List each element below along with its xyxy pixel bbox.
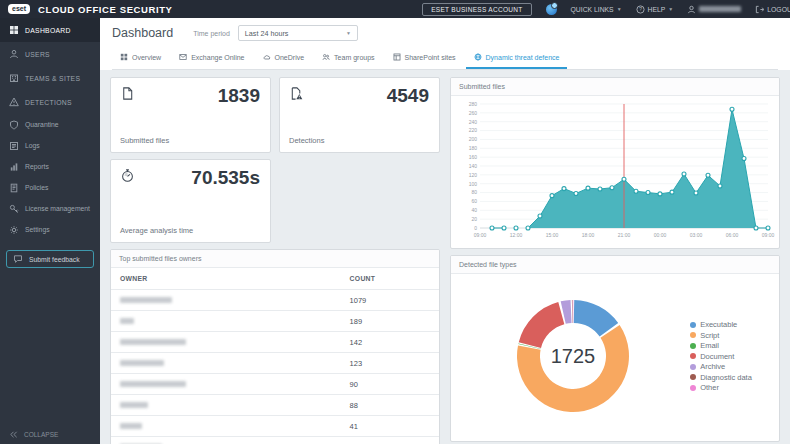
sidebar-item-license-management[interactable]: License management (0, 198, 100, 219)
table-row: 88 (111, 395, 439, 416)
logs-icon (9, 141, 19, 151)
owner-cell-redacted (111, 290, 341, 311)
sidebar-item-settings[interactable]: Settings (0, 219, 100, 240)
table-row: 90 (111, 374, 439, 395)
legend-item-document[interactable]: Document (690, 352, 752, 361)
stat-card-detections: 4549Detections (279, 77, 440, 153)
top-owners-title: Top submitted files owners (111, 250, 439, 268)
svg-text:03:00: 03:00 (690, 232, 703, 238)
legend-item-other[interactable]: Other (690, 383, 752, 392)
svg-text:21:00: 21:00 (618, 232, 631, 238)
tab-exchange-online[interactable]: Exchange Online (171, 50, 252, 69)
legend-label: Other (700, 383, 719, 392)
stat-card-label: Submitted files (120, 136, 169, 145)
svg-text:140: 140 (469, 163, 478, 169)
file-warning-icon (289, 86, 304, 101)
help-label: HELP (648, 6, 666, 13)
legend-dot (690, 353, 696, 359)
file-types-donut-chart: 1725 (478, 276, 668, 436)
tab-label: Team groups (334, 54, 374, 61)
svg-text:280: 280 (469, 101, 478, 107)
logout-icon (755, 5, 764, 14)
tab-overview[interactable]: Overview (112, 50, 169, 69)
tab-bar: OverviewExchange OnlineOneDriveTeam grou… (112, 41, 778, 70)
stat-card-submitted-files: 1839Submitted files (110, 77, 271, 153)
svg-text:0: 0 (474, 225, 477, 231)
owner-cell-redacted (111, 437, 341, 444)
owner-column-header: OWNER (111, 268, 341, 290)
sidebar-item-label: Quarantine (25, 121, 59, 128)
sidebar-item-submit-feedback[interactable]: Submit feedback (6, 250, 94, 268)
svg-text:00:00: 00:00 (654, 232, 667, 238)
sidebar-item-logs[interactable]: Logs (0, 135, 100, 156)
collapse-icon (9, 430, 18, 439)
user-menu[interactable] (687, 5, 741, 14)
count-cell: 88 (341, 395, 439, 416)
quick-links-menu[interactable]: QUICK LINKS ▼ (571, 6, 622, 13)
legend-item-email[interactable]: Email (690, 341, 752, 350)
time-period-label: Time period (193, 30, 230, 37)
legend-item-executable[interactable]: Executable (690, 320, 752, 329)
redacted-owner-name (120, 318, 134, 324)
notifications-sphere-icon[interactable] (546, 4, 557, 15)
sidebar-item-policies[interactable]: Policies (0, 177, 100, 198)
stat-card-label: Average analysis time (120, 226, 193, 235)
users-icon (9, 49, 19, 59)
svg-text:220: 220 (469, 127, 478, 133)
legend-label: Document (700, 352, 734, 361)
detected-file-types-title: Detected file types (451, 256, 779, 274)
svg-text:100: 100 (469, 181, 478, 187)
owner-cell-redacted (111, 374, 341, 395)
legend-item-script[interactable]: Script (690, 331, 752, 340)
sidebar-item-users[interactable]: USERS (0, 42, 100, 66)
owners-table: OWNER COUNT 1079189142123908841272017 (111, 268, 439, 444)
sidebar-item-detections[interactable]: DETECTIONS (0, 90, 100, 114)
sidebar-item-label: Reports (25, 163, 49, 170)
eset-logo: eset (8, 4, 30, 14)
sidebar-item-dashboard[interactable]: DASHBOARD (0, 18, 100, 42)
count-cell: 123 (341, 353, 439, 374)
legend-item-diagnostic-data[interactable]: Diagnostic data (690, 373, 752, 382)
stat-card-value: 70.535s (191, 167, 260, 189)
table-row: 142 (111, 332, 439, 353)
dtd-icon (474, 53, 482, 61)
tab-dynamic-threat-defence[interactable]: Dynamic threat defence (466, 50, 568, 69)
sidebar-item-label: TEAMS & SITES (25, 75, 80, 82)
collapse-label: COLLAPSE (24, 431, 58, 438)
help-menu[interactable]: ? HELP ▼ (636, 5, 674, 14)
legend-label: Archive (700, 362, 725, 371)
tab-sharepoint-sites[interactable]: SharePoint sites (385, 50, 464, 69)
time-period-select[interactable]: Last 24 hours ▼ (238, 25, 358, 41)
sidebar-item-quarantine[interactable]: Quarantine (0, 114, 100, 135)
legend-label: Executable (700, 320, 737, 329)
submitted-files-area-chart: 0204060801001201401601802002202402602800… (455, 98, 775, 248)
svg-text:09:00: 09:00 (762, 232, 775, 238)
svg-text:1725: 1725 (551, 345, 596, 367)
tab-label: Dynamic threat defence (486, 54, 560, 61)
page-title: Dashboard (112, 26, 173, 40)
onedrive-icon (263, 53, 271, 61)
tab-onedrive[interactable]: OneDrive (255, 50, 313, 69)
svg-text:?: ? (639, 6, 642, 12)
svg-text:200: 200 (469, 136, 478, 142)
svg-text:40: 40 (471, 207, 477, 213)
eset-business-account-button[interactable]: ESET BUSINESS ACCOUNT (422, 3, 531, 16)
redacted-owner-name (120, 381, 186, 387)
sidebar-item-reports[interactable]: Reports (0, 156, 100, 177)
redacted-owner-name (120, 423, 142, 429)
collapse-button[interactable]: COLLAPSE (0, 430, 100, 439)
legend-item-archive[interactable]: Archive (690, 362, 752, 371)
dashboard-icon (9, 25, 19, 35)
tab-team-groups[interactable]: Team groups (314, 50, 382, 69)
sidebar-item-teams-sites[interactable]: TEAMS & SITES (0, 66, 100, 90)
legend-dot (690, 374, 696, 380)
policies-icon (9, 183, 19, 193)
logout-button[interactable]: LOGOUT (755, 5, 790, 14)
svg-text:240: 240 (469, 119, 478, 125)
svg-text:60: 60 (471, 198, 477, 204)
legend-dot (690, 322, 696, 328)
table-row: 189 (111, 311, 439, 332)
dashboard-content: 1839Submitted files4549Detections 70.535… (100, 70, 790, 444)
count-cell: 90 (341, 374, 439, 395)
sidebar-item-label: USERS (25, 51, 50, 58)
